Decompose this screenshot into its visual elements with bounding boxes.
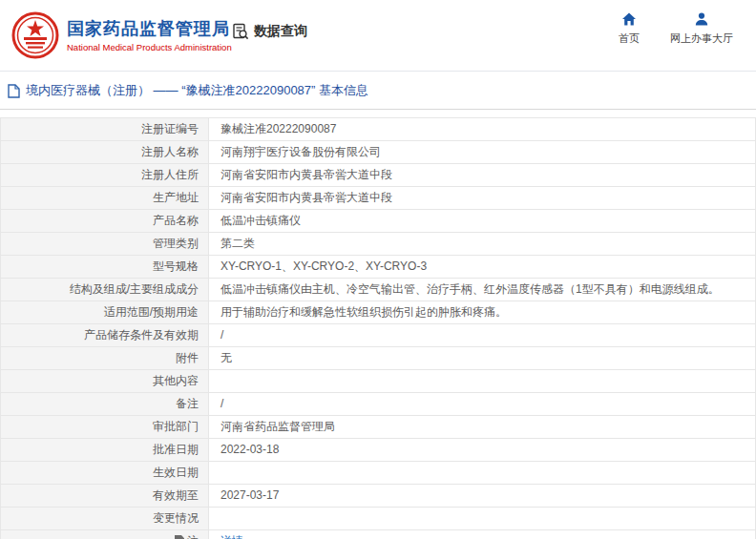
detail-link[interactable]: 详情 bbox=[220, 534, 243, 539]
row-value: 2022-03-18 bbox=[209, 439, 756, 462]
row-label: 结构及组成/主要组成成分 bbox=[1, 279, 209, 301]
row-value: 无 bbox=[209, 347, 756, 370]
table-row: 注册人住所河南省安阳市内黄县帝喾大道中段 bbox=[1, 164, 756, 187]
row-label: 型号规格 bbox=[1, 256, 209, 279]
row-label: 备注 bbox=[1, 393, 209, 416]
row-label: 生产地址 bbox=[1, 187, 209, 210]
table-row: 有效期至2027-03-17 bbox=[1, 485, 756, 508]
row-label: 注册人名称 bbox=[1, 141, 209, 164]
table-row: 批准日期2022-03-18 bbox=[1, 439, 756, 462]
table-row: 生效日期 bbox=[1, 462, 756, 485]
document-icon bbox=[8, 84, 20, 98]
nav-service-hall[interactable]: 网上办事大厅 bbox=[670, 11, 733, 46]
home-icon bbox=[621, 11, 637, 27]
national-emblem-icon bbox=[11, 11, 59, 59]
table-row: 附件无 bbox=[1, 347, 756, 370]
row-label: 管理类别 bbox=[1, 233, 209, 256]
row-label: 生效日期 bbox=[1, 462, 209, 485]
header-top-links: 首页 网上办事大厅 bbox=[613, 11, 733, 46]
row-label: 产品储存条件及有效期 bbox=[1, 324, 209, 347]
table-row: 其他内容 bbox=[1, 370, 756, 393]
data-query-label: 数据查询 bbox=[254, 23, 307, 40]
table-row: 结构及组成/主要组成成分低温冲击镇痛仪由主机、冷空气输出管、治疗手柄、红外温度传… bbox=[1, 279, 756, 301]
nav-home-label: 首页 bbox=[619, 31, 640, 46]
registration-info-table: 注册证编号豫械注准20222090087注册人名称河南翔宇医疗设备股份有限公司注… bbox=[0, 117, 756, 539]
nav-home[interactable]: 首页 bbox=[613, 11, 645, 46]
row-value bbox=[209, 370, 756, 393]
nav-data-query[interactable]: 数据查询 bbox=[232, 23, 307, 40]
data-query-icon bbox=[232, 23, 249, 40]
table-row: 注册证编号豫械注准20222090087 bbox=[1, 118, 756, 141]
row-label: 注册证编号 bbox=[1, 118, 209, 141]
agency-names: 国家药品监督管理局 National Medical Products Admi… bbox=[67, 18, 232, 53]
row-value: / bbox=[209, 324, 756, 347]
row-value: 河南省安阳市内黄县帝喾大道中段 bbox=[209, 187, 756, 210]
row-value: 河南省安阳市内黄县帝喾大道中段 bbox=[209, 164, 756, 187]
row-value: 河南翔宇医疗设备股份有限公司 bbox=[209, 141, 756, 164]
page-header: 国家药品监督管理局 National Medical Products Admi… bbox=[0, 0, 756, 72]
row-label: 审批部门 bbox=[1, 416, 209, 439]
row-value bbox=[209, 508, 756, 530]
table-row: 适用范围/预期用途用于辅助治疗和缓解急性软组织损伤引起的肿胀和疼痛。 bbox=[1, 301, 756, 324]
row-value: 第二类 bbox=[209, 233, 756, 256]
row-label: 附件 bbox=[1, 347, 209, 370]
row-label: 注册人住所 bbox=[1, 164, 209, 187]
row-value: 2027-03-17 bbox=[209, 485, 756, 508]
agency-name-cn: 国家药品监督管理局 bbox=[67, 18, 232, 39]
note-attachment-icon bbox=[175, 535, 184, 539]
row-label: 产品名称 bbox=[1, 210, 209, 233]
breadcrumb: 境内医疗器械（注册） —— “豫械注准20222090087” 基本信息 bbox=[0, 72, 756, 110]
row-value: 详情 bbox=[209, 530, 756, 539]
table-row: 注册人名称河南翔宇医疗设备股份有限公司 bbox=[1, 141, 756, 164]
row-value: / bbox=[209, 393, 756, 416]
row-label: 注 bbox=[1, 530, 209, 539]
page-title: 境内医疗器械（注册） —— “豫械注准20222090087” 基本信息 bbox=[26, 82, 368, 99]
row-value: 低温冲击镇痛仪 bbox=[209, 210, 756, 233]
nav-service-hall-label: 网上办事大厅 bbox=[670, 31, 733, 46]
table-row: 型号规格XY-CRYO-1、XY-CRYO-2、XY-CRYO-3 bbox=[1, 256, 756, 279]
table-row: 注详情 bbox=[1, 530, 756, 539]
row-value: XY-CRYO-1、XY-CRYO-2、XY-CRYO-3 bbox=[209, 256, 756, 279]
row-label: 适用范围/预期用途 bbox=[1, 301, 209, 324]
row-value: 低温冲击镇痛仪由主机、冷空气输出管、治疗手柄、红外温度传感器（1型不具有）和电源… bbox=[209, 279, 756, 301]
row-value bbox=[209, 462, 756, 485]
agency-name-en: National Medical Products Administration bbox=[67, 41, 232, 53]
table-row: 产品储存条件及有效期/ bbox=[1, 324, 756, 347]
table-row: 管理类别第二类 bbox=[1, 233, 756, 256]
table-row: 备注/ bbox=[1, 393, 756, 416]
row-label: 变更情况 bbox=[1, 508, 209, 530]
table-row: 变更情况 bbox=[1, 508, 756, 530]
table-row: 生产地址河南省安阳市内黄县帝喾大道中段 bbox=[1, 187, 756, 210]
row-value: 豫械注准20222090087 bbox=[209, 118, 756, 141]
table-row: 产品名称低温冲击镇痛仪 bbox=[1, 210, 756, 233]
row-value: 河南省药品监督管理局 bbox=[209, 416, 756, 439]
agency-logo-block: 国家药品监督管理局 National Medical Products Admi… bbox=[11, 11, 232, 59]
row-label: 其他内容 bbox=[1, 370, 209, 393]
row-label: 批准日期 bbox=[1, 439, 209, 462]
row-value: 用于辅助治疗和缓解急性软组织损伤引起的肿胀和疼痛。 bbox=[209, 301, 756, 324]
info-table-body: 注册证编号豫械注准20222090087注册人名称河南翔宇医疗设备股份有限公司注… bbox=[1, 118, 756, 539]
row-label: 有效期至 bbox=[1, 485, 209, 508]
user-icon bbox=[694, 11, 709, 27]
table-row: 审批部门河南省药品监督管理局 bbox=[1, 416, 756, 439]
